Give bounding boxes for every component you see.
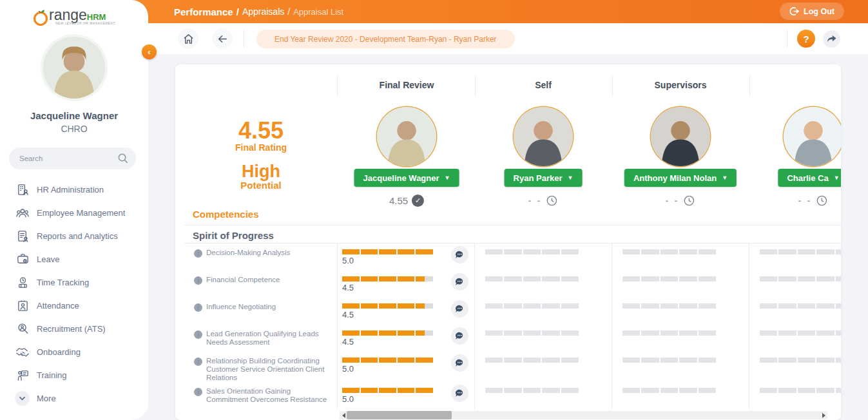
column-header-supervisors: Supervisors — [655, 80, 707, 90]
competency-row: i Relationship Building Coordinating Cus… — [175, 352, 841, 382]
competencies-title: Competencies — [193, 209, 259, 220]
comment-button[interactable] — [451, 385, 468, 402]
sidebar-item-time-tracking[interactable]: Time Tracking — [0, 271, 148, 294]
comment-icon — [455, 251, 465, 259]
competency-row: i Lead Generation Qualifying Leads Needs… — [175, 325, 841, 352]
check-icon: ✓ — [412, 195, 424, 207]
comment-icon — [455, 389, 465, 397]
share-button[interactable] — [823, 30, 840, 48]
sidebar-item-hr-administration[interactable]: HR Administration — [0, 178, 148, 201]
sidebar-item-label: Onboarding — [37, 347, 81, 357]
rating-bar-placeholder — [760, 388, 841, 393]
reviewer-avatar — [784, 107, 841, 166]
rating-bar-placeholder — [622, 303, 716, 309]
profile-avatar[interactable] — [43, 37, 105, 99]
supervisor-rating-cell — [612, 271, 749, 298]
competency-label-cell: i Decision-Making Analysis — [175, 243, 337, 271]
self-rating-cell — [475, 298, 612, 325]
sidebar-item-attendance[interactable]: Attendance — [0, 294, 148, 317]
scrollbar-thumb[interactable] — [347, 411, 452, 419]
self-rating-cell — [475, 271, 612, 298]
sidebar-collapse-button[interactable]: ‹ — [142, 44, 157, 59]
info-icon[interactable]: i — [194, 388, 202, 396]
reviewer-name: Jacqueline Wagner — [363, 173, 439, 183]
logout-icon — [789, 6, 799, 16]
info-icon[interactable]: i — [194, 276, 202, 285]
logo-tagline: NEW LEVEL OF HR MANAGEMENT — [55, 21, 115, 25]
rating-bar-placeholder — [622, 249, 716, 254]
rating-bar — [342, 249, 433, 254]
reviewer-select-button[interactable]: Charlie Ca ▼ — [778, 169, 841, 187]
other-rating-cell — [749, 382, 841, 409]
reviewer-select-button[interactable]: Jacqueline Wagner ▼ — [354, 169, 459, 187]
comment-button[interactable] — [451, 300, 468, 318]
sidebar-item-more[interactable]: More — [0, 390, 148, 406]
final-rating-summary: 4.55 Final Rating High Potential — [193, 119, 329, 191]
time-tracking-icon — [15, 276, 30, 289]
potential-label: Potential — [193, 180, 329, 191]
column-header-final-review: Final Review — [380, 80, 434, 90]
scroll-right-arrow[interactable] — [820, 411, 827, 419]
sidebar-item-reports-and-analytics[interactable]: Reports and Analytics — [0, 224, 148, 247]
competency-label-cell: i Relationship Building Coordinating Cus… — [175, 352, 337, 382]
reviewer-name: Charlie Ca — [787, 173, 828, 183]
comment-button[interactable] — [451, 246, 468, 263]
rating-bar-placeholder — [622, 358, 716, 363]
review-title-text: End Year Review 2020 - Development Team-… — [275, 35, 497, 44]
info-icon[interactable]: i — [194, 358, 202, 366]
sidebar-item-label: Reports and Analytics — [37, 231, 118, 241]
info-icon[interactable]: i — [194, 330, 202, 339]
sidebar-item-employee-management[interactable]: Employee Management — [0, 201, 148, 224]
search-input[interactable] — [19, 148, 116, 169]
toolbar-divider — [787, 30, 787, 48]
clock-icon — [683, 195, 695, 207]
reviewer-select-button[interactable]: Anthony Milan Nolan ▼ — [624, 169, 737, 187]
comment-button[interactable] — [451, 273, 468, 291]
reviewer-select-button[interactable]: Ryan Parker ▼ — [505, 169, 583, 187]
home-button[interactable] — [178, 28, 198, 49]
chevron-down-icon: ▼ — [567, 175, 573, 181]
search-icon[interactable] — [117, 153, 128, 166]
sidebar-item-leave[interactable]: Leave — [0, 247, 148, 271]
reviewer-status: - - — [666, 195, 695, 207]
column-divider — [749, 76, 750, 97]
info-icon[interactable]: i — [194, 249, 202, 258]
rating-bar-placeholder — [485, 276, 579, 282]
logout-label: Log Out — [804, 7, 834, 16]
supervisor-rating-cell — [612, 243, 749, 271]
reviewer-rating-value: 4.55 — [389, 195, 408, 206]
horizontal-scrollbar[interactable] — [340, 411, 827, 419]
rating-bar-placeholder — [485, 303, 579, 309]
review-title-badge[interactable]: End Year Review 2020 - Development Team-… — [256, 30, 515, 48]
final-review-rating-cell: 5.0 — [337, 382, 475, 409]
logout-button[interactable]: Log Out — [780, 3, 844, 20]
comment-button[interactable] — [451, 354, 468, 372]
final-review-rating-cell: 4.5 — [337, 298, 475, 325]
sidebar-item-label: Leave — [37, 254, 59, 264]
sidebar-search — [9, 148, 136, 169]
sidebar-item-label: Recruitment (ATS) — [37, 324, 106, 334]
breadcrumb-section: Performance — [174, 6, 233, 17]
back-button[interactable] — [212, 28, 233, 49]
other-rating-cell — [749, 243, 841, 271]
recruitment-ats-icon — [15, 322, 30, 336]
toolbar-divider — [244, 30, 244, 48]
employee-management-icon — [15, 206, 30, 220]
sidebar-item-training[interactable]: Training — [0, 363, 148, 387]
column-divider — [612, 76, 613, 97]
sidebar-item-onboarding[interactable]: Onboarding — [0, 340, 148, 363]
supervisor-rating-cell — [612, 298, 749, 325]
info-icon[interactable]: i — [194, 303, 202, 312]
sidebar-item-recruitment-ats[interactable]: Recruitment (ATS) — [0, 317, 148, 340]
column-divider — [475, 76, 476, 97]
final-review-rating-cell: 4.5 — [337, 325, 475, 352]
rating-bar — [342, 303, 433, 309]
help-button[interactable]: ? — [797, 30, 815, 48]
rating-bar-placeholder — [485, 249, 579, 254]
hr-administration-icon — [15, 183, 30, 196]
training-icon — [15, 368, 30, 382]
rating-bar-placeholder — [760, 330, 841, 336]
rating-bar-placeholder — [485, 330, 579, 336]
rating-bar — [342, 330, 433, 336]
comment-button[interactable] — [451, 327, 468, 345]
